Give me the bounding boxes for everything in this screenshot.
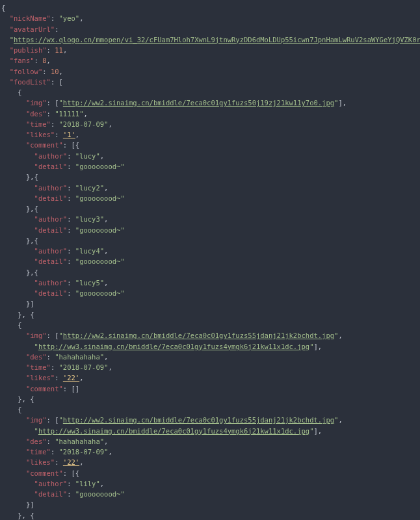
code-line: "comment": [{ [1,140,419,150]
code-line: "likes": '22', [1,457,419,467]
code-line: "author": "lucy4", [1,246,419,256]
url-link[interactable]: http://ww2.sinaimg.cn/bmiddle/7eca0c01gy… [63,332,334,339]
code-line: },{ [1,235,419,246]
code-line: "time": "2018-07-09", [1,362,419,372]
code-line: "likes": '22', [1,372,419,383]
code-line: "https://wx.qlogo.cn/mmopen/vi_32/cFUam7… [1,34,419,45]
code-line: "follow": 10, [1,66,419,77]
code-editor: { "nickName": "yeo", "avatarUrl": "https… [0,0,420,520]
code-line: "http://ww3.sinaimg.cn/bmiddle/7eca0c01g… [1,341,419,352]
code-line: "nickName": "yeo", [1,13,419,23]
code-line: { [1,404,419,415]
code-line: }, { [1,394,419,404]
code-line: "comment": [{ [1,468,419,478]
code-line: { [1,87,419,98]
code-line: "author": "lucy2", [1,183,419,193]
code-line: "author": "lucy3", [1,214,419,224]
code-line: },{ [1,267,419,278]
code-line: "foodList": [ [1,77,419,87]
code-line: "avatarUrl": [1,24,419,34]
code-line: "img": ["http://ww2.sinaimg.cn/bmiddle/7… [1,415,419,425]
url-link[interactable]: http://ww3.sinaimg.cn/bmiddle/7eca0c01gy… [38,343,309,350]
code-line: }] [1,298,419,309]
code-line: }, { [1,510,419,520]
code-line: "author": "lily", [1,478,419,489]
code-line: }] [1,499,419,510]
code-line: "fans": 8, [1,55,419,66]
code-line: "des": "hahahahaha", [1,352,419,362]
code-line: "author": "lucy5", [1,278,419,288]
code-line: "comment": [] [1,384,419,394]
code-line: "http://ww3.sinaimg.cn/bmiddle/7eca0c01g… [1,426,419,436]
code-line: "likes": '1', [1,129,419,140]
code-line: "detail": "goooooood~" [1,161,419,172]
code-line: { [1,320,419,330]
code-line: },{ [1,203,419,214]
code-line: "img": ["http://ww2.sinaimg.cn/bmiddle/7… [1,330,419,341]
url-link[interactable]: http://ww3.sinaimg.cn/bmiddle/7eca0c01gy… [38,427,309,435]
code-line: },{ [1,172,419,182]
code-line: "detail": "goooooood~" [1,193,419,203]
code-line: "time": "2018-07-09", [1,119,419,129]
code-line: }, { [1,309,419,320]
code-line: "publish": 11, [1,45,419,55]
url-link[interactable]: http://ww2.sinaimg.cn/bmiddle/7eca0c01gy… [63,99,334,107]
code-line: "des": "11111", [1,109,419,119]
code-line: "img": ["http://ww2.sinaimg.cn/bmiddle/7… [1,98,419,108]
code-line: "author": "lucy", [1,151,419,161]
code-line: "detail": "goooooood~" [1,288,419,298]
code-line: "time": "2018-07-09", [1,447,419,457]
code-line: "detail": "goooooood~" [1,225,419,235]
code-line: "detail": "goooooood~" [1,489,419,499]
url-link[interactable]: https://wx.qlogo.cn/mmopen/vi_32/cFUam7H… [14,36,420,44]
code-line: "des": "hahahahaha", [1,436,419,447]
code-line: "detail": "goooooood~" [1,256,419,266]
url-link[interactable]: http://ww2.sinaimg.cn/bmiddle/7eca0c01gy… [63,416,334,424]
